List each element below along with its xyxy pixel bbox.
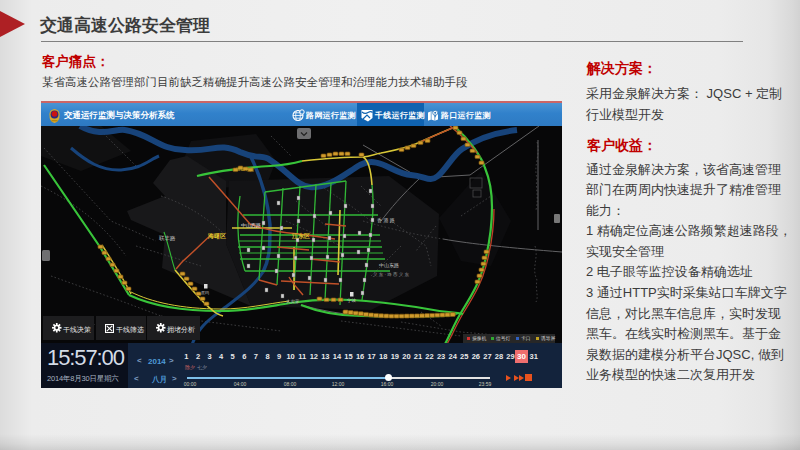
- svg-text:中山东路: 中山东路: [379, 262, 399, 268]
- svg-text:中山西路: 中山西路: [241, 222, 261, 229]
- svg-text:大卖家: 大卖家: [286, 299, 300, 304]
- svg-text:江东区: 江东区: [291, 232, 310, 240]
- svg-text:港边省商: 港边省商: [235, 167, 255, 172]
- svg-text:香 港 路: 香 港 路: [377, 217, 395, 224]
- svg-text:联丰路: 联丰路: [159, 235, 176, 241]
- svg-text:义 东 · 路 西 义 东: 义 东 · 路 西 义 东: [373, 271, 410, 277]
- svg-text:宁波: 宁波: [347, 298, 357, 303]
- svg-text:星玛: 星玛: [201, 290, 209, 295]
- svg-text:海曙区: 海曙区: [207, 232, 226, 240]
